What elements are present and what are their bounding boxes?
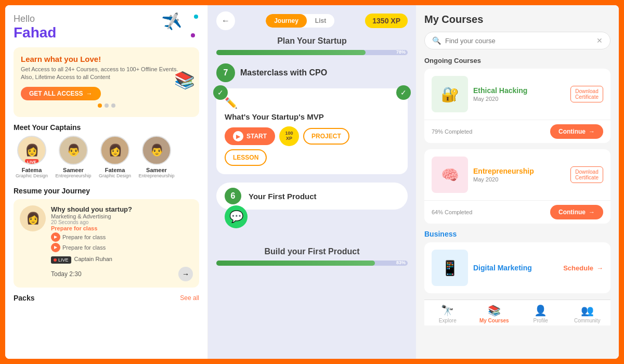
see-all-button[interactable]: See all bbox=[180, 294, 199, 302]
progress-fill-78 bbox=[216, 50, 366, 55]
middle-panel: ← Journey List 1350 XP Plan Your Startup… bbox=[208, 5, 416, 359]
captain-4[interactable]: 👨 Sameer Entrepreneurship bbox=[138, 136, 175, 178]
resume-subtitle: Marketing & Advertising bbox=[51, 213, 193, 219]
step6-title: Your First Product bbox=[249, 192, 317, 201]
download-cert-entrepreneurship[interactable]: DownloadCertificate bbox=[570, 166, 603, 183]
continue-entrepreneurship-button[interactable]: Continue → bbox=[550, 205, 603, 219]
captain-4-role: Entrepreneurship bbox=[138, 173, 174, 178]
community-label: Community bbox=[574, 318, 601, 323]
banner-dot-3 bbox=[111, 103, 115, 108]
resume-footer: Today 2:30 → bbox=[51, 267, 193, 281]
captain-3[interactable]: 👩 Fatema Graphic Design bbox=[97, 136, 133, 178]
progress-bar-78: 78% bbox=[216, 50, 408, 55]
progress-label-83: 83% bbox=[396, 260, 406, 265]
packs-title: Packs bbox=[14, 294, 34, 302]
profile-icon: 👤 bbox=[534, 304, 547, 317]
resume-card: 👩 Why should you startup? Marketing & Ad… bbox=[14, 199, 199, 288]
schedule-arrow-icon: → bbox=[596, 264, 603, 272]
banner-desc: Get Access to all 24+ Courses, access to… bbox=[21, 66, 192, 82]
xp-badge: 1350 XP bbox=[365, 14, 408, 28]
nav-community[interactable]: 👥 Community bbox=[571, 304, 603, 323]
tab-list[interactable]: List bbox=[307, 14, 334, 28]
profile-label: Profile bbox=[534, 318, 548, 323]
prepare-link-1[interactable]: ▶ Prepare for class bbox=[51, 232, 193, 242]
course-card-entrepreneurship: 🧠 Entrepreneurship May 2020 DownloadCert… bbox=[424, 149, 610, 224]
resume-time-ago: 20 Seconds ago bbox=[51, 219, 193, 225]
captains-row: 👩 LIVE Fatema Graphic Design 👨 Sameer En… bbox=[14, 136, 199, 180]
entrepreneurship-footer: 64% Completed Continue → bbox=[424, 200, 610, 224]
tab-toggle: Journey List bbox=[266, 14, 334, 28]
start-button[interactable]: ▶ START bbox=[225, 127, 275, 145]
digital-name: Digital Marketing bbox=[473, 264, 558, 272]
greeting-text: Hello bbox=[14, 14, 56, 24]
live-tag: LIVE bbox=[51, 256, 71, 264]
paper-plane-icon: ✈️ bbox=[161, 11, 183, 33]
header-decoration: ✈️ bbox=[158, 14, 199, 40]
prepare-link-main[interactable]: Prepare for class bbox=[51, 225, 193, 231]
back-button[interactable]: ← bbox=[216, 11, 235, 30]
digital-img: 📱 bbox=[432, 250, 468, 286]
get-access-button[interactable]: GET ALL ACCESS → bbox=[21, 87, 101, 100]
continue-hacking-button[interactable]: Continue → bbox=[550, 124, 603, 139]
xp-mini-badge: 100 XP bbox=[279, 126, 299, 146]
banner-card: Learn what you Love! Get Access to all 2… bbox=[14, 47, 199, 117]
nav-my-courses[interactable]: 📚 My Courses bbox=[478, 304, 510, 323]
bottom-nav: 🔭 Explore 📚 My Courses 👤 Profile 👥 Commu… bbox=[424, 300, 610, 326]
greeting-block: Hello Fahad bbox=[14, 14, 56, 41]
captain-3-avatar: 👩 bbox=[100, 136, 129, 165]
play-icon-1: ▶ bbox=[51, 232, 60, 242]
prepare-link-1-label: Prepare for class bbox=[62, 234, 106, 240]
search-input[interactable] bbox=[445, 37, 592, 45]
hacking-info: Ethical Hacking May 2020 bbox=[473, 86, 565, 102]
download-cert-hacking[interactable]: DownloadCertificate bbox=[570, 86, 603, 102]
course-card-hacking-inner: 🔐 Ethical Hacking May 2020 DownloadCerti… bbox=[424, 69, 610, 120]
schedule-button[interactable]: Schedule → bbox=[563, 264, 603, 272]
lesson-button[interactable]: LESSON bbox=[225, 149, 267, 166]
search-bar: 🔍 ✕ bbox=[424, 32, 610, 49]
resume-content: Why should you startup? Marketing & Adve… bbox=[51, 205, 193, 281]
mvp-title: What's Your Startup's MVP bbox=[225, 112, 399, 121]
project-button[interactable]: PROJECT bbox=[303, 128, 349, 145]
captain-1-name: Fatema bbox=[22, 167, 42, 173]
app-container: Hello Fahad ✈️ Learn what you Love! Get … bbox=[5, 5, 619, 359]
nav-explore[interactable]: 🔭 Explore bbox=[432, 304, 463, 323]
nav-profile[interactable]: 👤 Profile bbox=[525, 304, 556, 323]
explore-label: Explore bbox=[439, 318, 457, 323]
step6-row: 6 Your First Product bbox=[216, 183, 408, 210]
prepare-link-2[interactable]: ▶ Prepare for class bbox=[51, 243, 193, 252]
community-icon: 👥 bbox=[581, 304, 594, 317]
step7-row: 7 Masterclass with CPO bbox=[216, 63, 408, 82]
captain-2[interactable]: 👨 Sameer Entrepreneurship bbox=[55, 136, 92, 178]
progress-fill-83 bbox=[216, 261, 375, 266]
captain-1[interactable]: 👩 LIVE Fatema Graphic Design bbox=[14, 136, 50, 178]
step6-number: 6 bbox=[225, 188, 241, 204]
step7-title: Masterclass with CPO bbox=[240, 68, 327, 77]
resume-title: Resume your Journey bbox=[14, 187, 199, 195]
next-time: Today 2:30 bbox=[51, 270, 82, 278]
ongoing-courses-title: Ongoing Courses bbox=[424, 57, 610, 64]
entrepreneurship-img: 🧠 bbox=[432, 157, 468, 193]
arrow-icon: → bbox=[86, 90, 93, 97]
clear-search-button[interactable]: ✕ bbox=[596, 36, 603, 45]
resume-arrow-button[interactable]: → bbox=[178, 267, 193, 281]
continue-arrow-icon-2: → bbox=[589, 209, 595, 216]
hacking-name: Ethical Hacking bbox=[473, 86, 565, 95]
decor-dot-teal bbox=[194, 15, 198, 19]
business-title: Business bbox=[424, 230, 610, 238]
entrepreneurship-completed: 64% Completed bbox=[432, 209, 472, 215]
course-card-entrepreneurship-inner: 🧠 Entrepreneurship May 2020 DownloadCert… bbox=[424, 149, 610, 200]
captain-2-name: Sameer bbox=[63, 167, 84, 173]
entrepreneurship-date: May 2020 bbox=[473, 176, 565, 183]
captain-1-avatar: 👩 LIVE bbox=[17, 136, 46, 165]
captain-1-role: Graphic Design bbox=[16, 173, 48, 178]
progress-bar-83: 83% bbox=[216, 261, 408, 266]
captain-3-role: Graphic Design bbox=[99, 173, 131, 178]
journey-content: Plan Your Startup 78% 7 Masterclass with… bbox=[208, 36, 416, 284]
tab-journey[interactable]: Journey bbox=[266, 14, 307, 28]
digital-info: Digital Marketing bbox=[473, 264, 558, 272]
whatsapp-button[interactable]: 💬 bbox=[225, 205, 248, 228]
start-play-icon: ▶ bbox=[233, 131, 243, 141]
hacking-date: May 2020 bbox=[473, 96, 565, 102]
step7-number: 7 bbox=[216, 63, 235, 82]
continue-arrow-icon: → bbox=[589, 128, 595, 135]
